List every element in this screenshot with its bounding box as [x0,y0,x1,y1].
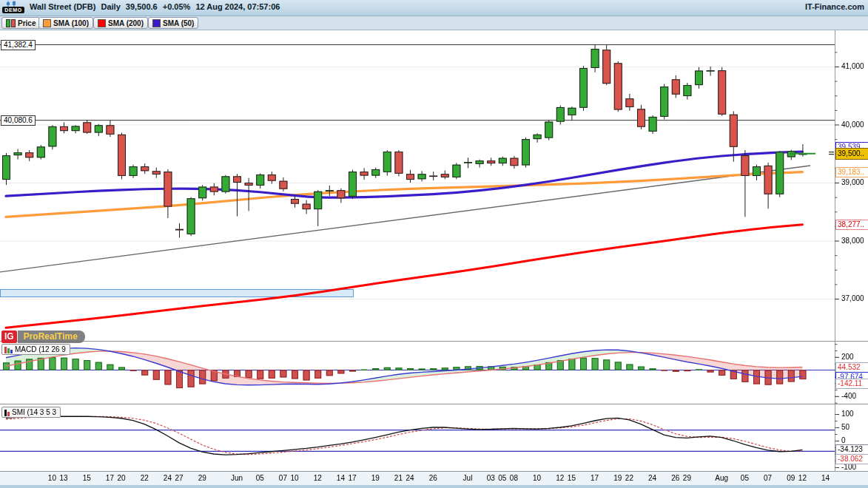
x-axis-label: 17 [585,474,605,482]
sma200-color-swatch [98,19,106,27]
legend-price-button[interactable]: Price [1,17,40,29]
x-axis-label: 15 [77,474,96,482]
x-axis-label: Jul [458,474,477,482]
x-axis-label: 15 [562,474,581,482]
price-change: +0.05% [163,2,191,11]
sma100-value: 39,183.. [838,168,864,176]
smi-icon [4,409,10,416]
smi-axis-label: 100 [841,410,854,418]
x-axis-label: 20 [112,474,131,482]
smi-main-value: -34.123 [838,445,863,453]
x-axis-label: 24 [400,474,420,482]
last-price-value: 39,500.. [838,149,864,157]
demo-logo: DEMO [2,1,26,13]
smi-main-axis-badge: -34.123 [835,444,868,455]
x-axis-label: 14 [816,474,835,482]
macd-signal-value: 44.532 [838,363,861,371]
sma200-axis-badge: 38,277.. [835,220,868,230]
legend-bar: Price SMA (100) SMA (200) SMA (50) [0,16,868,30]
x-axis-label: 05 [735,474,754,482]
title-bar: Wall Street (DFB) Daily 39,500.6 +0.05% … [0,0,868,16]
legend-sma200-button[interactable]: SMA (200) [93,17,148,29]
x-axis-label: 12 [793,474,812,482]
ig-logo: IG [1,331,17,343]
x-axis-label: Aug [712,474,731,482]
macd-indicator-tab[interactable]: MACD (12 26 9 [1,344,70,355]
x-axis-label: 17 [343,474,362,482]
x-axis-label: Jun [227,474,246,482]
prorealtime-logo: ProRealTime [18,331,85,343]
x-axis-label: 24 [643,474,662,482]
smi-axis-label: 0 [841,436,846,444]
x-axis-label: 22 [619,474,639,482]
macd-icon [4,346,13,353]
last-price: 39,500.6 [126,2,158,11]
x-axis-label: 27 [169,474,189,482]
sma50-color-swatch [152,19,161,27]
smi-indicator-tab[interactable]: SMI (14 3 5 3 [1,407,61,418]
sma100-axis-badge: 39,183.. [835,167,868,177]
chart-title: Wall Street (DFB) Daily 39,500.6 +0.05% … [30,2,283,11]
window-bottom-edge [0,485,868,488]
legend-sma200-label: SMA (200) [108,19,144,27]
it-finance-brand: IT-Finance.com [805,2,864,11]
chart-canvas[interactable] [0,0,868,488]
macd-hist-axis-badge: -142.11 [835,379,868,389]
price-flag-high: 41,382.4 [1,40,36,50]
chart-window: { "header": { "demo": "DEMO", "instrumen… [0,0,868,488]
smi-signal-axis-badge: -38.062 [835,454,868,464]
smi-signal-value: -38.062 [838,455,863,463]
candlestick-logo-icon [5,1,20,7]
legend-sma100-label: SMA (100) [53,19,89,27]
macd-hist-value: -142.11 [838,379,862,387]
macd-axis-label: -400 [841,392,856,400]
timeframe-label: Daily [101,2,121,11]
smi-label: SMI (14 3 5 3 [12,408,56,416]
price-axis-label: 41,000 [841,62,864,70]
price-candles-icon [6,19,16,27]
x-axis-label: 10 [528,474,547,482]
last-price-axis-badge: 39,500.. [835,148,868,160]
x-axis-label: 08 [504,474,523,482]
legend-sma100-button[interactable]: SMA (100) [38,17,93,29]
demo-badge: DEMO [2,7,24,13]
price-axis-label: 40,000 [841,121,864,129]
x-axis-label: 19 [366,474,385,482]
macd-signal-axis-badge: 44.532 [835,362,868,373]
x-axis-label: 13 [54,474,73,482]
x-axis-label: 10 [285,474,304,482]
instrument-name: Wall Street (DFB) [30,2,95,11]
legend-sma50-label: SMA (50) [163,19,194,27]
x-axis-label: 26 [423,474,443,482]
price-axis-label: 38,000 [841,237,864,245]
x-axis-label: 12 [308,474,327,482]
x-axis-label: 05 [250,474,269,482]
x-axis-label: 22 [135,474,154,482]
price-flag-may-high: 40,080.6 [1,115,36,126]
smi-axis-label: 50 [841,423,850,431]
legend-sma50-button[interactable]: SMA (50) [148,17,198,29]
price-axis-label: 39,000 [841,178,864,186]
x-axis-label: 07 [758,474,778,482]
legend-price-label: Price [18,19,36,27]
sma100-color-swatch [43,19,51,27]
may-high-level-value: 40,080.6 [4,116,33,124]
x-axis-label: 29 [677,474,696,482]
macd-axis-label: 200 [841,353,854,361]
quote-datetime: 12 Aug 2024, 07:57:06 [195,2,280,11]
macd-label: MACD (12 26 9 [15,345,66,353]
ig-prorealtime-logo[interactable]: IG ProRealTime [1,331,85,343]
price-axis-label: 37,000 [841,294,864,302]
x-axis-label: 29 [192,474,212,482]
sma200-value: 38,277.. [838,220,864,228]
high-level-value: 41,382.4 [4,41,33,49]
